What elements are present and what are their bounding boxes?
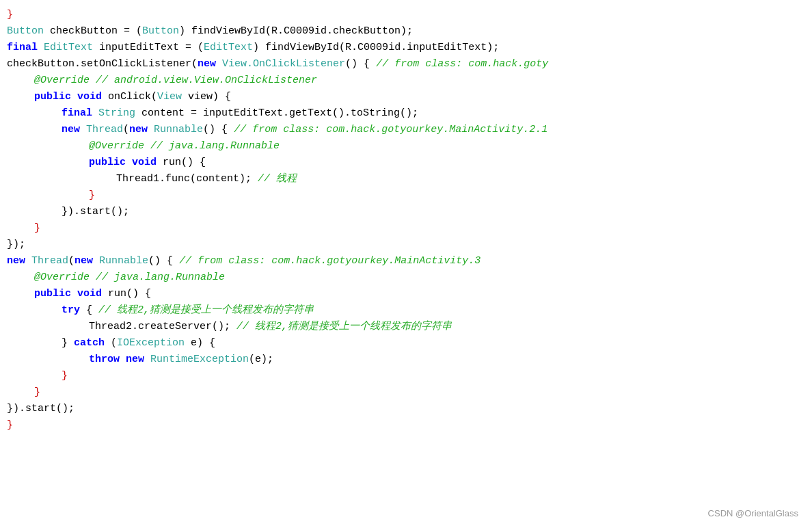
type-thread-8: Thread <box>86 122 123 138</box>
kw-catch-21: catch <box>74 335 105 352</box>
plain-2a: checkButton = ( <box>44 23 142 40</box>
brace-close-26: } <box>7 417 13 434</box>
comment-11: // 线程 <box>258 171 297 187</box>
plain-16a <box>25 253 31 269</box>
type-runtimeexception: RuntimeException <box>150 352 249 368</box>
plain-2b: ) findViewById(R.C0009id.checkButton); <box>179 23 413 40</box>
annotation-9: @Override // java.lang.Runnable <box>89 138 280 155</box>
type-button: Button <box>7 23 44 40</box>
plain-21b: ( <box>105 335 117 352</box>
plain-8d: () { <box>203 122 234 138</box>
plain-22b <box>144 352 150 368</box>
code-line-7: final String content = inputEditText.get… <box>0 105 812 122</box>
code-line-25: }).start(); <box>0 401 812 417</box>
kw-try-19: try <box>62 302 80 319</box>
plain-3a <box>38 40 44 56</box>
brace-close-23: } <box>62 368 68 384</box>
plain-18a <box>71 286 77 302</box>
plain-10b: run() { <box>157 155 206 171</box>
kw-public-10: public <box>89 155 126 171</box>
plain-7b: content = inputEditText.getText().toStri… <box>135 105 418 122</box>
kw-public-18: public <box>34 286 71 302</box>
code-line-10: public void run() { <box>0 155 812 171</box>
code-line-24: } <box>0 384 812 401</box>
plain-18b: run() { <box>102 286 151 302</box>
plain-3b: inputEditText = ( <box>93 40 204 56</box>
plain-13: }).start(); <box>62 204 129 220</box>
plain-7a <box>92 105 98 122</box>
code-line-18: public void run() { <box>0 286 812 302</box>
plain-16c <box>93 253 99 269</box>
plain-8b: ( <box>123 122 129 138</box>
type-button-cast: Button <box>142 23 179 40</box>
comment-16: // from class: com.hack.gotyourkey.MainA… <box>179 253 481 269</box>
code-line-16: new Thread ( new Runnable () { // from c… <box>0 253 812 269</box>
brace-close-14: } <box>34 220 40 237</box>
code-line-11: Thread1.func(content); // 线程 <box>0 171 812 187</box>
code-line-13: }).start(); <box>0 204 812 220</box>
plain-4b <box>216 56 222 72</box>
code-line-23: } <box>0 368 812 384</box>
kw-final-7: final <box>62 105 92 122</box>
plain-4a: checkButton.setOnClickListener( <box>7 56 198 72</box>
plain-10a <box>126 155 132 171</box>
plain-6a <box>71 89 77 105</box>
code-line-12: } <box>0 187 812 204</box>
comment-8: // from class: com.hack.gotyourkey.MainA… <box>234 122 547 138</box>
plain-16d: () { <box>148 253 179 269</box>
kw-public-6: public <box>34 89 71 105</box>
kw-new-8b: new <box>129 122 148 138</box>
kw-void-18: void <box>77 286 102 302</box>
kw-new-16b: new <box>75 253 93 269</box>
code-line-6: public void onClick( View view) { <box>0 89 812 105</box>
code-line-22: throw new RuntimeException (e); <box>0 352 812 368</box>
type-thread-16: Thread <box>31 253 68 269</box>
code-line-19: try { // 线程2,猜测是接受上一个线程发布的字符串 <box>0 302 812 319</box>
code-line-26: } <box>0 417 812 434</box>
annotation-5: @Override // android.view.View.OnClickLi… <box>34 72 317 89</box>
annotation-17: @Override // java.lang.Runnable <box>34 269 225 286</box>
brace-close-24: } <box>34 384 40 401</box>
plain-16b: ( <box>68 253 75 269</box>
plain-25: }).start(); <box>7 401 75 417</box>
kw-new-8: new <box>62 122 80 138</box>
type-edittext: EditText <box>44 40 93 56</box>
plain-4c: () { <box>345 56 376 72</box>
kw-void-10: void <box>132 155 157 171</box>
code-line-17: @Override // java.lang.Runnable <box>0 269 812 286</box>
code-line-5: @Override // android.view.View.OnClickLi… <box>0 72 812 89</box>
kw-new-4: new <box>198 56 216 72</box>
code-line-4: checkButton.setOnClickListener( new View… <box>0 56 812 72</box>
code-line-1: } <box>0 7 812 23</box>
type-view-onclick: View.OnClickListener <box>222 56 345 72</box>
code-line-20: Thread2.createServer(); // 线程2,猜测是接受上一个线… <box>0 319 812 335</box>
code-line-2: Button checkButton = ( Button ) findView… <box>0 23 812 40</box>
code-line-8: new Thread ( new Runnable () { // from c… <box>0 122 812 138</box>
brace-close-1: } <box>7 7 13 23</box>
comment-19: // 线程2,猜测是接受上一个线程发布的字符串 <box>98 302 314 319</box>
kw-throw-22: throw <box>89 352 120 368</box>
plain-6c: view) { <box>182 89 231 105</box>
plain-21c: e) { <box>185 335 215 352</box>
type-string-7: String <box>98 105 135 122</box>
plain-21a: } <box>62 335 74 352</box>
plain-19a: { <box>80 302 98 319</box>
brace-close-12: } <box>89 187 95 204</box>
kw-void-6: void <box>77 89 102 105</box>
type-ioexception: IOException <box>117 335 185 352</box>
kw-final-3: final <box>7 40 38 56</box>
comment-4: // from class: com.hack.goty <box>376 56 548 72</box>
code-line-14: } <box>0 220 812 237</box>
watermark: CSDN @OrientalGlass <box>708 507 798 521</box>
comment-20: // 线程2,猜测是接受上一个线程发布的字符串 <box>236 319 452 335</box>
plain-8c <box>148 122 154 138</box>
code-line-21: } catch ( IOException e) { <box>0 335 812 352</box>
plain-6b: onClick( <box>102 89 157 105</box>
code-line-9: @Override // java.lang.Runnable <box>0 138 812 155</box>
kw-new-22: new <box>126 352 144 368</box>
code-line-15: }); <box>0 237 812 253</box>
code-line-3: final EditText inputEditText = ( EditTex… <box>0 40 812 56</box>
type-edittext-cast: EditText <box>204 40 253 56</box>
plain-3c: ) findViewById(R.C0009id.inputEditText); <box>253 40 499 56</box>
plain-11a: Thread1.func(content); <box>116 171 258 187</box>
